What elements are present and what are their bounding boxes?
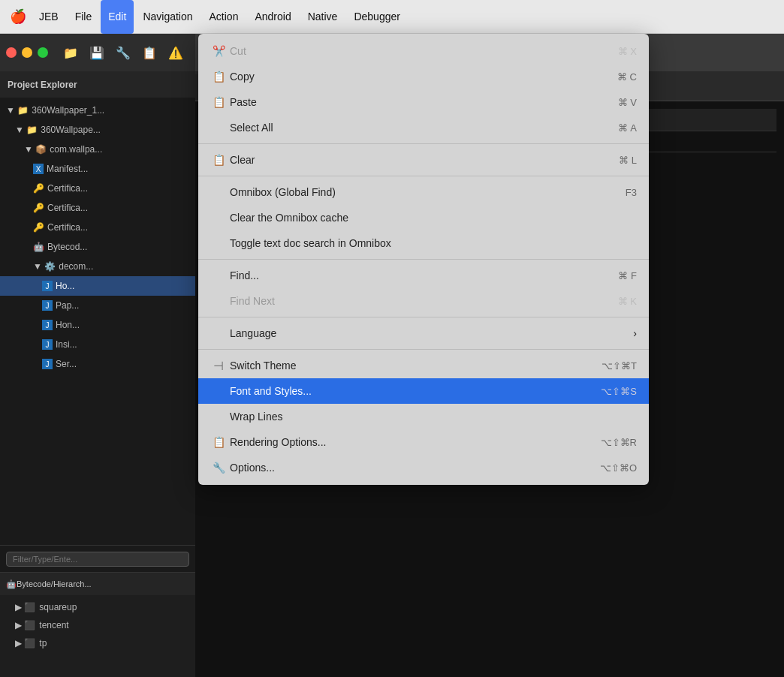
- menu-item-rendering-options[interactable]: 📋 Rendering Options... ⌥⇧⌘R: [198, 429, 649, 455]
- options-icon: 🔧: [210, 462, 227, 474]
- menu-item-omnibox[interactable]: Omnibox (Global Find) F3: [198, 179, 649, 205]
- clear-icon: 📋: [210, 154, 227, 166]
- menu-item-rendering-options-label: Rendering Options...: [230, 436, 326, 448]
- menu-item-language[interactable]: Language ›: [198, 320, 649, 346]
- menu-item-clear-omnibox[interactable]: Clear the Omnibox cache: [198, 205, 649, 230]
- language-arrow: ›: [633, 327, 637, 339]
- options-shortcut: ⌥⇧⌘O: [600, 462, 637, 474]
- menu-item-find[interactable]: Find... ⌘ F: [198, 263, 649, 288]
- paste-shortcut: ⌘ V: [618, 97, 637, 108]
- clear-shortcut: ⌘ L: [619, 155, 637, 166]
- menu-item-omnibox-label: Omnibox (Global Find): [230, 186, 336, 198]
- separator-2: [198, 176, 649, 176]
- menu-item-options[interactable]: 🔧 Options... ⌥⇧⌘O: [198, 455, 649, 480]
- menu-item-language-label: Language: [230, 327, 276, 339]
- menu-item-clear[interactable]: 📋 Clear ⌘ L: [198, 147, 649, 173]
- menu-item-copy-label: Copy: [230, 71, 255, 83]
- rendering-options-icon: 📋: [210, 436, 227, 448]
- menu-item-wrap-lines[interactable]: Wrap Lines: [198, 404, 649, 429]
- menu-item-wrap-lines-label: Wrap Lines: [230, 411, 283, 423]
- separator-1: [198, 143, 649, 144]
- switch-theme-icon: ⊣: [210, 359, 227, 373]
- menu-item-select-all-label: Select All: [230, 122, 273, 134]
- font-styles-shortcut: ⌥⇧⌘S: [601, 386, 637, 397]
- menu-item-font-styles-label: Font and Styles...: [230, 385, 312, 397]
- menu-item-clear-omnibox-label: Clear the Omnibox cache: [230, 212, 348, 224]
- separator-5: [198, 349, 649, 350]
- menu-item-find-next[interactable]: Find Next ⌘ K: [198, 288, 649, 314]
- menu-item-copy[interactable]: 📋 Copy ⌘ C: [198, 64, 649, 89]
- menu-item-font-styles[interactable]: Font and Styles... ⌥⇧⌘S: [198, 378, 649, 404]
- menu-item-switch-theme-label: Switch Theme: [230, 360, 296, 372]
- separator-3: [198, 259, 649, 260]
- menu-item-cut[interactable]: ✂️ Cut ⌘ X: [198, 38, 649, 64]
- menu-item-toggle-text[interactable]: Toggle text doc search in Omnibox: [198, 230, 649, 256]
- menu-item-find-label: Find...: [230, 269, 259, 281]
- menu-item-cut-label: Cut: [230, 45, 246, 57]
- copy-menu-icon: 📋: [210, 71, 227, 83]
- cut-shortcut: ⌘ X: [618, 46, 637, 57]
- omnibox-shortcut: F3: [626, 187, 637, 198]
- menu-item-paste[interactable]: 📋 Paste ⌘ V: [198, 89, 649, 115]
- dropdown-menu: ✂️ Cut ⌘ X 📋 Copy ⌘ C 📋 Paste ⌘ V Select…: [198, 34, 649, 485]
- menu-item-select-all[interactable]: Select All ⌘ A: [198, 115, 649, 140]
- paste-icon: 📋: [210, 96, 227, 108]
- rendering-options-shortcut: ⌥⇧⌘R: [601, 437, 637, 448]
- find-next-shortcut: ⌘ K: [618, 296, 637, 307]
- switch-theme-shortcut: ⌥⇧⌘T: [602, 360, 637, 372]
- menu-item-toggle-text-label: Toggle text doc search in Omnibox: [230, 237, 391, 249]
- separator-4: [198, 317, 649, 317]
- dropdown-overlay: ✂️ Cut ⌘ X 📋 Copy ⌘ C 📋 Paste ⌘ V Select…: [0, 0, 784, 677]
- menu-item-find-next-label: Find Next: [230, 295, 275, 307]
- menu-item-clear-label: Clear: [230, 154, 255, 166]
- copy-shortcut: ⌘ C: [617, 71, 637, 83]
- select-all-shortcut: ⌘ A: [618, 122, 637, 134]
- cut-icon: ✂️: [210, 45, 227, 57]
- find-shortcut: ⌘ F: [618, 270, 637, 281]
- menu-item-options-label: Options...: [230, 462, 275, 474]
- menu-item-switch-theme[interactable]: ⊣ Switch Theme ⌥⇧⌘T: [198, 353, 649, 378]
- menu-item-paste-label: Paste: [230, 96, 257, 108]
